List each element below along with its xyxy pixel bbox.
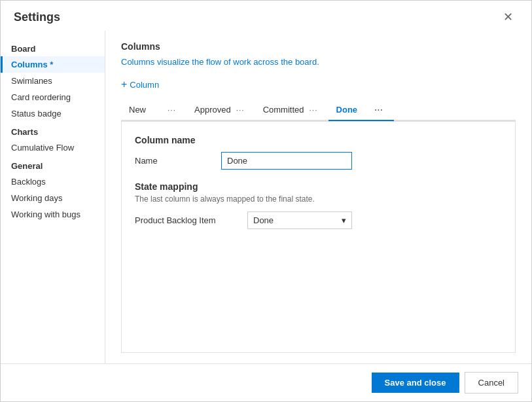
tab-approved[interactable]: Approved ··· xyxy=(186,101,255,121)
sidebar: Board Columns * Swimlanes Card reorderin… xyxy=(1,31,105,363)
tab-committed-menu-icon[interactable]: ··· xyxy=(310,105,318,115)
product-backlog-item-select[interactable]: Done ▾ xyxy=(247,211,352,229)
cancel-button[interactable]: Cancel xyxy=(465,372,518,393)
sidebar-item-swimlanes[interactable]: Swimlanes xyxy=(1,73,105,89)
select-value: Done xyxy=(253,215,274,225)
add-column-button[interactable]: + Column xyxy=(121,76,516,93)
tab-done-label: Done xyxy=(336,105,358,115)
state-mapping-section: State mapping The last column is always … xyxy=(135,181,502,229)
sidebar-item-working-days[interactable]: Working days xyxy=(1,190,105,206)
sidebar-item-cumulative-flow[interactable]: Cumulative Flow xyxy=(1,139,105,156)
sidebar-item-status-badge[interactable]: Status badge xyxy=(1,105,105,122)
sidebar-section-board: Board xyxy=(1,39,105,56)
sidebar-section-charts: Charts xyxy=(1,122,105,139)
columns-tabs: New ··· Approved ··· Committed ··· Done … xyxy=(121,101,516,121)
tab-new-label: New xyxy=(129,105,146,115)
tab-done[interactable]: Done ··· xyxy=(328,101,394,121)
sidebar-item-working-with-bugs[interactable]: Working with bugs xyxy=(1,206,105,223)
dialog-title: Settings xyxy=(14,10,60,24)
sidebar-item-card-reordering[interactable]: Card reordering xyxy=(1,89,105,105)
chevron-down-icon: ▾ xyxy=(342,215,346,225)
tab-committed[interactable]: Committed ··· xyxy=(255,101,328,121)
close-button[interactable]: ✕ xyxy=(498,9,518,26)
product-backlog-item-label: Product Backlog Item xyxy=(135,215,239,225)
tab-done-menu-icon[interactable]: ··· xyxy=(375,105,383,115)
sidebar-section-general: General xyxy=(1,156,105,174)
main-content: Columns Columns visualize the flow of wo… xyxy=(105,31,531,363)
columns-section-title: Columns xyxy=(121,41,516,52)
columns-description: Columns visualize the flow of work acros… xyxy=(121,57,516,67)
mapping-row: Product Backlog Item Done ▾ xyxy=(135,211,502,229)
dialog-header: Settings ✕ xyxy=(1,1,531,31)
sidebar-item-columns[interactable]: Columns * xyxy=(1,56,105,73)
save-and-close-button[interactable]: Save and close xyxy=(372,373,459,393)
name-input[interactable] xyxy=(221,152,352,170)
name-field-row: Name xyxy=(135,152,502,170)
add-column-label: Column xyxy=(130,80,159,90)
tab-new-menu-icon[interactable]: ··· xyxy=(168,105,176,115)
dialog-body: Board Columns * Swimlanes Card reorderin… xyxy=(1,31,531,363)
dialog-footer: Save and close Cancel xyxy=(1,363,531,401)
tab-committed-label: Committed xyxy=(263,105,304,115)
tab-approved-menu-icon[interactable]: ··· xyxy=(236,105,245,115)
settings-dialog: Settings ✕ Board Columns * Swimlanes Car… xyxy=(0,0,532,402)
name-label: Name xyxy=(135,156,213,166)
tab-new[interactable]: New ··· xyxy=(121,101,186,121)
plus-icon: + xyxy=(121,79,127,90)
column-detail-panel: Column name Name State mapping The last … xyxy=(121,121,516,353)
state-mapping-title: State mapping xyxy=(135,181,502,192)
state-mapping-desc: The last column is always mapped to the … xyxy=(135,194,502,204)
column-name-section-title: Column name xyxy=(135,135,502,145)
sidebar-item-backlogs[interactable]: Backlogs xyxy=(1,174,105,190)
tab-approved-label: Approved xyxy=(194,105,231,115)
